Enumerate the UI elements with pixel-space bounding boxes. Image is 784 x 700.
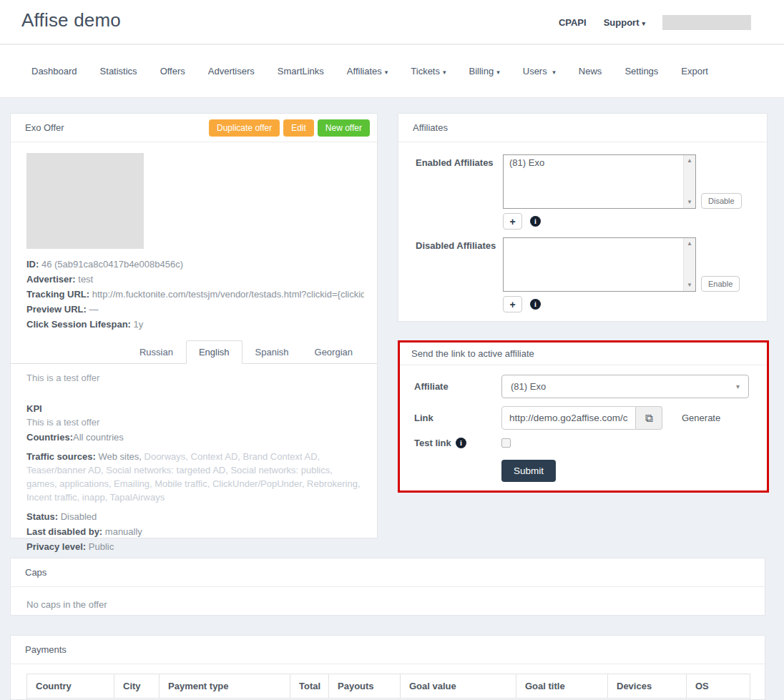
offer-advertiser-label: Advertiser:	[26, 274, 76, 285]
affiliates-panel-title: Affiliates	[413, 122, 448, 133]
offer-lifespan-field: Click Session Lifespan: 1y	[26, 317, 364, 332]
nav-item-billing-label: Billing	[469, 66, 494, 77]
disabled-affiliates-listbox[interactable]: ▲ ▼	[503, 237, 696, 292]
disabled-listbox-wrap: ▲ ▼ Enable	[503, 237, 740, 292]
caps-empty-text: No caps in the offer	[11, 587, 765, 622]
new-offer-button[interactable]: New offer	[318, 119, 370, 137]
traffic-sources-label: Traffic sources:	[26, 451, 96, 462]
nav-item-tickets-label: Tickets	[411, 66, 440, 77]
affiliates-panel-header: Affiliates	[398, 114, 767, 142]
caps-panel-title: Caps	[25, 567, 46, 578]
countries-value: All countries	[73, 432, 124, 443]
nav-item-affiliates[interactable]: Affiliates▾	[347, 66, 388, 77]
enabled-affiliates-actions: + i	[503, 213, 742, 230]
offer-preview-url-field: Preview URL: —	[26, 302, 364, 317]
offer-id-value: 46 (5ab91ca8c0417b4e008b456c)	[41, 259, 183, 270]
scrollbar[interactable]: ▲ ▼	[683, 155, 695, 208]
col-os: OS	[687, 674, 750, 699]
affiliates-panel: Affiliates Enabled Affiliates (81) Exo ▲…	[398, 113, 768, 322]
copy-icon: ⧉	[645, 412, 653, 424]
status-field: Status: Disabled	[26, 510, 364, 524]
app-title: Affise demo	[21, 9, 121, 31]
info-icon[interactable]: i	[530, 299, 541, 310]
nav-item-dashboard[interactable]: Dashboard	[31, 66, 77, 77]
nav-item-settings[interactable]: Settings	[624, 66, 658, 77]
disabled-affiliates-row: Disabled Affiliates ▲ ▼ Enable + i	[416, 237, 754, 312]
offer-tracking-url-field: Tracking URL: http://m.fucktonite.com/te…	[26, 287, 364, 302]
offer-preview-url-value: —	[89, 304, 98, 315]
caret-down-icon: ▾	[385, 69, 388, 76]
status-value: Disabled	[61, 511, 97, 522]
status-label: Status:	[26, 511, 58, 522]
offer-id-label: ID:	[26, 259, 39, 270]
tab-spanish[interactable]: Spanish	[242, 340, 302, 364]
nav-item-users[interactable]: Users ▾	[523, 66, 556, 77]
scroll-up-icon[interactable]: ▲	[687, 158, 692, 164]
disabled-affiliates-label: Disabled Affiliates	[416, 237, 503, 312]
col-total: Total	[290, 674, 329, 699]
test-link-checkbox[interactable]	[501, 438, 511, 448]
page: Affise demo CPAPI Support▾ Dashboard Sta…	[0, 0, 784, 700]
nav-item-billing[interactable]: Billing▾	[469, 66, 500, 77]
privacy-level-value: Public	[89, 541, 114, 552]
tab-russian[interactable]: Russian	[127, 340, 186, 364]
nav-item-tickets[interactable]: Tickets▾	[411, 66, 446, 77]
offer-advertiser-value: test	[78, 274, 93, 285]
edit-offer-button[interactable]: Edit	[283, 119, 314, 137]
tab-georgian[interactable]: Georgian	[302, 340, 366, 364]
send-link-panel-title: Send the link to active affiliate	[411, 348, 534, 359]
add-enabled-affiliate-button[interactable]: +	[503, 213, 522, 230]
nav-item-smartlinks[interactable]: SmartLinks	[278, 66, 324, 77]
col-goal-value: Goal value	[401, 674, 516, 699]
caret-down-icon: ▾	[552, 69, 556, 76]
tab-english[interactable]: English	[186, 340, 242, 364]
offer-body: ID: 46 (5ab91ca8c0417b4e008b456c) Advert…	[11, 142, 377, 569]
copy-link-button[interactable]: ⧉	[636, 406, 662, 430]
privacy-level-field: Privacy level: Public	[26, 540, 364, 554]
col-goal-title: Goal title	[516, 674, 608, 699]
payments-panel: Payments Country City Payment type Total…	[10, 635, 765, 700]
nav-item-affiliates-label: Affiliates	[347, 66, 382, 77]
offer-lifespan-label: Click Session Lifespan:	[26, 319, 131, 330]
payments-body: Country City Payment type Total Payouts …	[11, 664, 765, 700]
last-disabled-value: manually	[105, 526, 142, 537]
support-menu[interactable]: Support▾	[604, 17, 645, 28]
disable-affiliate-button[interactable]: Disable	[701, 193, 742, 209]
enable-affiliate-button[interactable]: Enable	[701, 276, 740, 292]
nav-item-advertisers[interactable]: Advertisers	[208, 66, 255, 77]
cpapi-link[interactable]: CPAPI	[559, 17, 587, 28]
nav-item-statistics[interactable]: Statistics	[100, 66, 137, 77]
scroll-down-icon[interactable]: ▼	[687, 199, 692, 205]
caps-panel-header: Caps	[11, 558, 765, 587]
generate-link-button[interactable]: Generate	[682, 413, 720, 423]
account-redacted-box[interactable]	[662, 15, 751, 30]
submit-button[interactable]: Submit	[501, 460, 556, 482]
scroll-up-icon[interactable]: ▲	[687, 241, 692, 247]
countries-field: Countries:All countries	[26, 430, 364, 445]
affiliates-body: Enabled Affiliates (81) Exo ▲ ▼ Disable	[398, 142, 767, 312]
test-link-label-wrap: Test link i	[414, 438, 501, 448]
nav-item-offers[interactable]: Offers	[160, 66, 185, 77]
kpi-title: KPI	[26, 403, 364, 414]
info-icon[interactable]: i	[456, 438, 466, 448]
offer-preview-url-label: Preview URL:	[26, 304, 87, 315]
scrollbar[interactable]: ▲ ▼	[683, 238, 695, 291]
enabled-affiliate-item[interactable]: (81) Exo	[504, 155, 695, 170]
caret-down-icon: ▾	[642, 20, 645, 27]
plus-icon: +	[509, 299, 515, 310]
duplicate-offer-button[interactable]: Duplicate offer	[209, 119, 280, 137]
disabled-affiliates-control: ▲ ▼ Enable + i	[503, 237, 740, 312]
link-input[interactable]	[501, 406, 636, 430]
support-menu-label: Support	[604, 17, 640, 28]
affiliate-select[interactable]: (81) Exo ▾	[501, 375, 749, 398]
nav-item-news[interactable]: News	[579, 66, 602, 77]
offer-panel-header: Exo Offer Duplicate offer Edit New offer	[11, 114, 377, 142]
info-icon[interactable]: i	[530, 216, 541, 227]
scroll-down-icon[interactable]: ▼	[687, 282, 692, 288]
nav-item-export[interactable]: Export	[681, 66, 708, 77]
add-disabled-affiliate-button[interactable]: +	[503, 296, 522, 312]
enabled-affiliates-listbox[interactable]: (81) Exo ▲ ▼	[503, 154, 696, 209]
offer-header-buttons: Duplicate offer Edit New offer	[209, 119, 370, 137]
affiliate-select-row: Affiliate (81) Exo ▾	[414, 375, 757, 398]
affiliate-select-value: (81) Exo	[511, 381, 546, 392]
